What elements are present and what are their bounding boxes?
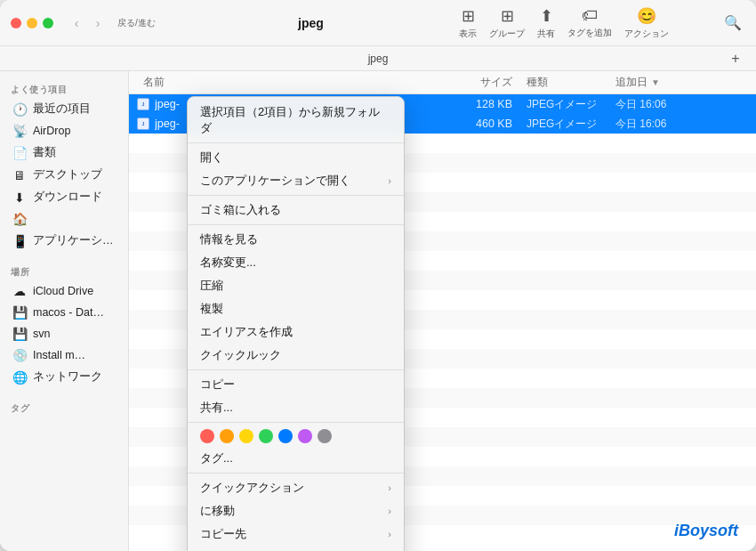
view-icon: ⊞: [462, 6, 475, 26]
cm-tags-label: タグ...: [200, 450, 233, 466]
arrow-icon: ›: [388, 529, 391, 539]
sidebar-item-label: iCloud Drive: [33, 285, 93, 297]
cm-move-to[interactable]: に移動 ›: [188, 499, 404, 523]
cm-new-folder-label: 選択項目（2項目）から新規フォルダ: [200, 104, 391, 136]
view-label: 表示: [459, 28, 477, 40]
color-dot-yellow[interactable]: [239, 429, 253, 443]
cm-copy-to-label: コピー先: [200, 526, 246, 542]
sidebar-item-airdrop[interactable]: 📡 AirDrop: [4, 120, 125, 142]
cm-trash[interactable]: ゴミ箱に入れる: [188, 199, 404, 222]
sidebar-item-recents[interactable]: 🕐 最近の項目: [4, 98, 125, 120]
sidebar-item-desktop[interactable]: 🖥 デスクトップ: [4, 164, 125, 186]
cm-open-label: 開く: [200, 150, 223, 166]
sidebar-item-network[interactable]: 🌐 ネットワーク: [4, 366, 125, 388]
color-dot-green[interactable]: [259, 429, 273, 443]
toolbar-right: ⊞ 表示 ⊞ グループ ⬆ 共有 🏷 タグを追加 😊 アクション 🔍: [459, 6, 745, 40]
cm-open-with-label: このアプリケーションで開く: [200, 173, 350, 189]
group-icon: ⊞: [501, 6, 514, 26]
file-type: JPEGイメージ: [527, 117, 615, 132]
downloads-icon: ⬇: [12, 190, 27, 205]
sidebar-item-label: ネットワーク: [33, 369, 102, 385]
column-headers: 名前 サイズ 種類 追加日 ▼: [129, 71, 756, 94]
cm-duplicate-label: 複製: [200, 301, 223, 317]
install-icon: 💿: [12, 348, 27, 362]
documents-icon: 📄: [12, 146, 27, 160]
pathbar-text: jpeg: [368, 53, 389, 65]
cm-separator: [188, 369, 404, 370]
pathbar: jpeg +: [0, 46, 756, 71]
macos-icon: 💾: [12, 305, 27, 320]
sidebar-item-documents[interactable]: 📄 書類: [4, 142, 125, 164]
sort-icon: ▼: [651, 77, 660, 87]
search-button[interactable]: 🔍: [720, 11, 745, 36]
cm-open-with[interactable]: このアプリケーションで開く ›: [188, 169, 404, 192]
color-dot-gray[interactable]: [318, 429, 332, 443]
col-size: サイズ: [446, 76, 527, 89]
group-button[interactable]: ⊞ グループ: [489, 6, 525, 40]
places-label: 場所: [0, 261, 128, 280]
cm-rename[interactable]: 名称変更...: [188, 251, 404, 274]
cm-rename-label: 名称変更...: [200, 255, 256, 271]
sidebar-item-label: 書類: [33, 145, 56, 160]
color-dot-blue[interactable]: [278, 429, 293, 443]
cm-alias[interactable]: エイリアスを作成: [188, 320, 404, 344]
sidebar-item-svn[interactable]: 💾 svn: [4, 323, 125, 344]
col-date: 追加日 ▼: [615, 76, 749, 89]
group-label: グループ: [489, 28, 525, 40]
sidebar-item-home[interactable]: 🏠: [4, 208, 125, 230]
close-button[interactable]: [11, 18, 21, 28]
titlebar: ‹ › 戻る/進む jpeg ⊞ 表示 ⊞ グループ ⬆ 共有 🏷 タグを追加: [0, 0, 756, 46]
cm-open[interactable]: 開く: [188, 146, 404, 169]
cm-tags[interactable]: タグ...: [188, 447, 404, 470]
col-date-label: 追加日: [615, 76, 647, 89]
sidebar-item-macos[interactable]: 💾 macos - Dat…: [4, 302, 125, 323]
cm-quick-actions[interactable]: クイックアクション ›: [188, 476, 404, 499]
back-button[interactable]: ‹: [68, 14, 85, 32]
cm-compress-label: 圧縮: [200, 278, 223, 294]
cm-quicklook[interactable]: クイックルック: [188, 344, 404, 367]
cm-move-to-label: に移動: [200, 503, 235, 519]
share-label: 共有: [537, 28, 555, 40]
sidebar-item-install[interactable]: 💿 Install m…: [4, 344, 125, 366]
cm-separator: [188, 422, 404, 423]
cm-compress[interactable]: 圧縮: [188, 274, 404, 297]
back-forward-label: 戻る/進む: [117, 17, 156, 29]
sidebar-item-label: macos - Dat…: [33, 306, 104, 319]
color-dot-red[interactable]: [200, 429, 214, 443]
minimize-button[interactable]: [27, 18, 37, 28]
section-divider-2: [0, 388, 128, 397]
cm-separator: [188, 142, 404, 143]
cm-duplicate[interactable]: 複製: [188, 297, 404, 320]
cm-quick-actions-label: クイックアクション: [200, 480, 304, 496]
forward-button[interactable]: ›: [89, 14, 107, 32]
cm-copy[interactable]: コピー: [188, 373, 404, 396]
action-button[interactable]: 😊 アクション: [624, 6, 669, 40]
view-button[interactable]: ⊞ 表示: [459, 6, 477, 40]
sidebar-item-label: ダウンロード: [33, 190, 102, 205]
cm-share[interactable]: 共有...: [188, 396, 404, 419]
cm-quick-access[interactable]: クイックアクセス ›: [188, 546, 404, 551]
cm-new-folder[interactable]: 選択項目（2項目）から新規フォルダ: [188, 101, 404, 140]
sidebar-item-apps[interactable]: 📱 アプリケーシ…: [4, 230, 125, 252]
tag-button[interactable]: 🏷 タグを追加: [567, 6, 612, 39]
tags-label: タグ: [0, 397, 128, 417]
watermark-text: iBoysoft: [674, 522, 738, 540]
share-button[interactable]: ⬆ 共有: [537, 6, 555, 40]
col-type: 種類: [527, 76, 615, 89]
color-dots-row: [188, 425, 404, 447]
add-button[interactable]: +: [726, 46, 745, 71]
tag-icon: 🏷: [582, 6, 598, 25]
color-dot-purple[interactable]: [298, 429, 312, 443]
sidebar-item-icloud[interactable]: ☁ iCloud Drive: [4, 280, 125, 302]
cm-trash-label: ゴミ箱に入れる: [200, 202, 281, 218]
context-menu: 選択項目（2項目）から新規フォルダ 開く このアプリケーションで開く › ゴミ箱…: [187, 96, 405, 551]
maximize-button[interactable]: [43, 18, 53, 28]
sidebar-item-downloads[interactable]: ⬇ ダウンロード: [4, 186, 125, 208]
cm-info[interactable]: 情報を見る: [188, 228, 404, 251]
cm-copy-to[interactable]: コピー先 ›: [188, 523, 404, 546]
arrow-icon: ›: [388, 482, 391, 493]
nav-buttons: ‹ ›: [68, 14, 107, 32]
tag-label: タグを追加: [567, 27, 612, 39]
action-label: アクション: [624, 28, 669, 40]
color-dot-orange[interactable]: [220, 429, 234, 443]
